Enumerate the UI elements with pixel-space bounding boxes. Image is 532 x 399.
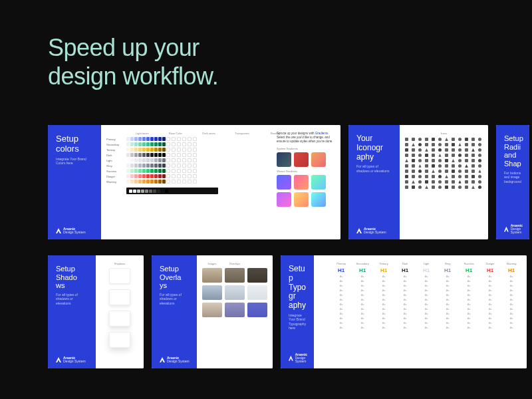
greyscale-swatch	[157, 190, 160, 193]
card-typography-content: PrimarySecondaryTertiaryDarkLightGreySuc…	[314, 255, 527, 368]
sample-icon	[425, 175, 428, 178]
type-sample: Aa	[480, 303, 500, 306]
color-swatch	[142, 158, 146, 162]
sample-icon	[412, 159, 415, 162]
color-swatch	[150, 142, 154, 146]
color-swatch	[162, 148, 166, 152]
color-swatch-outline	[182, 158, 186, 162]
sample-icon	[432, 148, 435, 152]
type-sample: Aa	[438, 303, 458, 306]
system-gradients-header: System Gradients	[277, 147, 335, 150]
type-col-header: Dark	[395, 262, 415, 265]
type-sample: Aa	[459, 275, 479, 278]
card-shadows-title: Setup Shado ws	[56, 265, 88, 290]
color-swatch	[162, 169, 166, 173]
color-swatch	[158, 174, 162, 178]
type-sample: Aa	[480, 312, 500, 315]
greyscale-swatch	[133, 190, 136, 193]
color-swatch	[138, 164, 142, 168]
sample-icon	[452, 186, 455, 189]
color-swatch-outline	[166, 142, 170, 146]
overlay-sample	[202, 285, 222, 300]
sample-icon	[438, 180, 442, 184]
card-colors-title: Setup colors	[56, 134, 93, 154]
color-swatch-outline	[172, 180, 176, 184]
type-sample: Aa	[501, 275, 521, 278]
greyscale-strip	[126, 188, 218, 194]
type-sample: Aa	[352, 298, 372, 301]
type-sample: Aa	[395, 275, 415, 278]
sample-icon	[405, 180, 408, 184]
brand-badge: ArsenicDesign System	[504, 224, 529, 234]
type-sample: Aa	[438, 275, 458, 278]
card-iconography-sidebar: Your Iconogr aphy For all types of shado…	[348, 125, 400, 239]
type-sample: Aa	[395, 298, 415, 301]
type-sample: Aa	[331, 321, 351, 325]
sample-icon	[478, 148, 481, 152]
sample-icon	[465, 159, 468, 162]
card-iconography-title: Your Iconogr aphy	[356, 134, 392, 162]
greyscale-swatch	[153, 190, 156, 193]
color-swatch	[138, 158, 142, 162]
card-overlays-sidebar: Setup Overla ys For all types of shadows…	[152, 255, 197, 368]
type-sample: Aa	[501, 307, 521, 311]
sample-icon	[478, 138, 481, 141]
color-swatch	[138, 142, 142, 146]
type-sample: Aa	[374, 321, 394, 325]
color-swatch-outline	[177, 148, 181, 152]
sample-icon	[418, 154, 422, 157]
color-swatch	[126, 180, 130, 184]
color-swatch	[130, 137, 134, 141]
gradient-swatch	[311, 152, 326, 167]
sample-icon	[471, 154, 475, 157]
brand-logo-icon	[356, 228, 362, 233]
card-colors: Setup colors Integrate Your Brand Colors…	[48, 125, 340, 239]
type-sample: Aa	[352, 275, 372, 278]
type-sample: Aa	[459, 303, 479, 306]
sample-icon	[445, 148, 448, 152]
color-swatch	[142, 164, 146, 168]
sample-icon	[458, 148, 462, 152]
type-sample: Aa	[438, 298, 458, 301]
color-swatch	[158, 158, 162, 162]
type-row: AaAaAaAaAaAaAaAaAa	[319, 275, 521, 278]
type-sample: Aa	[374, 298, 394, 301]
color-swatch	[130, 148, 134, 152]
greyscale-swatch	[129, 190, 132, 193]
gradient-swatch	[294, 152, 309, 167]
color-swatch-outline	[177, 158, 181, 162]
color-swatch-outline	[172, 174, 176, 178]
type-sample: Aa	[374, 293, 394, 297]
type-sample: Aa	[459, 312, 479, 315]
sample-icon	[432, 170, 435, 173]
sample-icon	[438, 170, 442, 173]
type-sample: Aa	[480, 289, 500, 292]
type-sample: Aa	[416, 298, 436, 301]
color-row-label: Secondary	[106, 143, 126, 146]
sample-icon	[438, 159, 442, 162]
type-sample: Aa	[459, 284, 479, 287]
type-sample: Aa	[374, 317, 394, 320]
type-sample: Aa	[395, 293, 415, 297]
color-swatch	[126, 142, 130, 146]
type-col-header: Grey	[438, 262, 458, 265]
type-sample: Aa	[416, 279, 436, 283]
color-swatch-outline	[193, 137, 197, 141]
sample-icon	[405, 170, 408, 173]
type-sample: Aa	[331, 312, 351, 315]
color-swatch	[130, 180, 134, 184]
brand-badge: ArsenicDesign System	[160, 356, 190, 363]
sample-icon	[478, 159, 481, 162]
sample-icon	[445, 175, 448, 178]
type-sample: Aa	[459, 298, 479, 301]
sample-icon	[471, 138, 475, 141]
type-sample: Aa	[352, 321, 372, 325]
color-swatch	[154, 180, 158, 184]
color-swatch	[150, 174, 154, 178]
sample-icon	[412, 180, 415, 184]
color-swatch-outline	[182, 148, 186, 152]
color-swatch	[134, 137, 138, 141]
sample-icon	[471, 175, 475, 178]
sample-icon	[445, 138, 448, 141]
type-sample: Aa	[438, 317, 458, 320]
